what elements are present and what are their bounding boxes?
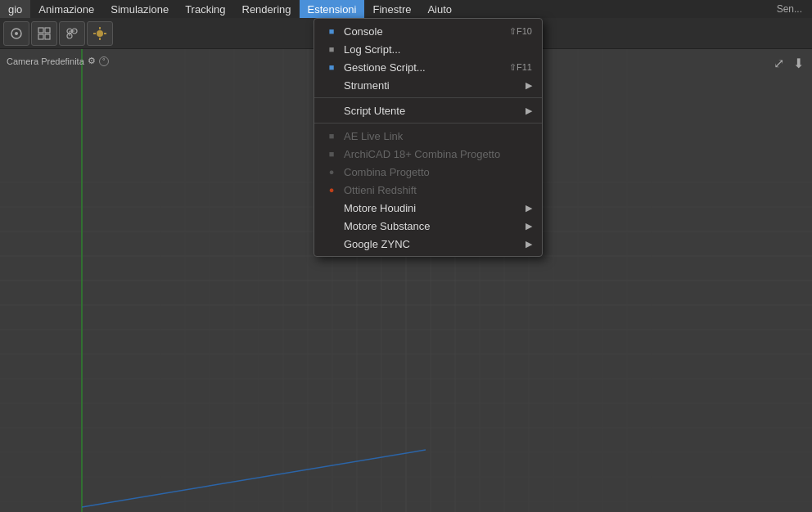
tool-icon-4 (92, 26, 107, 41)
tool-btn-4[interactable] (87, 21, 113, 46)
motore-houdini-label: Motore Houdini (344, 202, 526, 214)
motore-houdini-icon (324, 201, 339, 214)
archicad-icon: ■ (324, 147, 339, 160)
motore-houdini-arrow-icon: ▶ (526, 203, 532, 213)
svg-rect-2 (38, 28, 43, 33)
search-area: Sen... (777, 3, 812, 15)
tool-btn-2[interactable] (31, 21, 57, 46)
strumenti-arrow-icon: ▶ (526, 80, 532, 91)
ae-live-link-icon: ■ (324, 129, 339, 142)
menu-item-log-script[interactable]: ■ Log Script... (314, 40, 542, 58)
gestione-script-shortcut: ⇧F11 (509, 62, 532, 73)
combina-progetto-icon: ● (324, 165, 339, 178)
menu-aiuto[interactable]: Aiuto (419, 0, 460, 18)
separator-2 (314, 123, 542, 124)
log-script-label: Log Script... (344, 43, 532, 56)
menu-animazione[interactable]: Animazione (30, 0, 102, 18)
svg-rect-5 (45, 34, 50, 39)
google-zync-label: Google ZYNC (344, 238, 526, 250)
viewport-expand-btn[interactable]: ⤢ (771, 56, 786, 70)
menu-item-ae-live-link: ■ AE Live Link (314, 127, 542, 145)
console-label: Console (344, 25, 509, 38)
menu-rendering[interactable]: Rendering (234, 0, 300, 18)
menu-item-google-zync[interactable]: Google ZYNC ▶ (314, 235, 542, 253)
separator-1 (314, 97, 542, 98)
menu-tracking[interactable]: Tracking (177, 0, 233, 18)
camera-label-text: Camera Predefinita (7, 56, 84, 66)
menu-item-ottieni-redshift: ● Ottieni Redshift (314, 181, 542, 199)
motore-substance-icon (324, 219, 339, 232)
strumenti-icon (324, 79, 339, 92)
viewport-maximize-btn[interactable]: ⬇ (791, 56, 805, 70)
menu-item-motore-houdini[interactable]: Motore Houdini ▶ (314, 199, 542, 217)
menu-item-gestione-script[interactable]: ■ Gestione Script... ⇧F11 (314, 58, 542, 76)
motore-substance-label: Motore Substance (344, 220, 526, 232)
svg-point-1 (15, 32, 18, 35)
menubar: gio Animazione Simulazione Tracking Rend… (0, 0, 812, 18)
console-icon: ■ (324, 25, 339, 38)
menu-item-motore-substance[interactable]: Motore Substance ▶ (314, 217, 542, 235)
log-script-icon: ■ (324, 43, 339, 56)
gestione-script-label: Gestione Script... (344, 61, 509, 74)
menu-item-console[interactable]: ■ Console ⇧F10 (314, 22, 542, 40)
viewport-controls: ⤢ ⬇ (771, 56, 805, 70)
script-utente-arrow-icon: ▶ (526, 106, 532, 116)
menu-item-strumenti[interactable]: Strumenti ▶ (314, 76, 542, 94)
svg-point-11 (97, 30, 103, 37)
menu-simulazione[interactable]: Simulazione (102, 0, 177, 18)
tool-icon-3 (65, 26, 79, 41)
camera-label: Camera Predefinita ⚙ ° (7, 56, 109, 66)
gestione-script-icon: ■ (324, 61, 339, 74)
menu-gio[interactable]: gio (0, 0, 30, 18)
google-zync-arrow-icon: ▶ (526, 239, 532, 249)
combina-progetto-label: Combina Progetto (344, 166, 532, 178)
camera-settings-icon[interactable]: ⚙ (88, 56, 96, 66)
script-utente-icon (324, 104, 339, 117)
menu-estensioni[interactable]: Estensioni (300, 0, 365, 18)
script-utente-label: Script Utente (344, 105, 526, 117)
ottieni-redshift-label: Ottieni Redshift (344, 184, 532, 196)
svg-rect-3 (45, 28, 50, 33)
svg-rect-4 (38, 34, 43, 39)
console-shortcut: ⇧F10 (509, 26, 532, 37)
google-zync-icon (324, 237, 339, 250)
motore-substance-arrow-icon: ▶ (526, 221, 532, 231)
strumenti-label: Strumenti (344, 79, 526, 92)
menu-finestre[interactable]: Finestre (364, 0, 419, 18)
menu-item-combina-progetto: ● Combina Progetto (314, 163, 542, 181)
ottieni-redshift-icon: ● (324, 183, 339, 196)
menu-item-script-utente[interactable]: Script Utente ▶ (314, 101, 542, 119)
estensioni-dropdown: ■ Console ⇧F10 ■ Log Script... ■ Gestion… (314, 18, 543, 257)
tool-icon-2 (37, 26, 52, 41)
camera-dot-icon: ° (99, 56, 109, 66)
ae-live-link-label: AE Live Link (344, 130, 532, 142)
archicad-label: ArchiCAD 18+ Combina Progetto (344, 148, 532, 160)
tool-btn-3[interactable] (59, 21, 85, 46)
tool-btn-1[interactable] (3, 21, 29, 46)
menu-item-archicad: ■ ArchiCAD 18+ Combina Progetto (314, 145, 542, 163)
tool-icon-1 (9, 26, 24, 41)
